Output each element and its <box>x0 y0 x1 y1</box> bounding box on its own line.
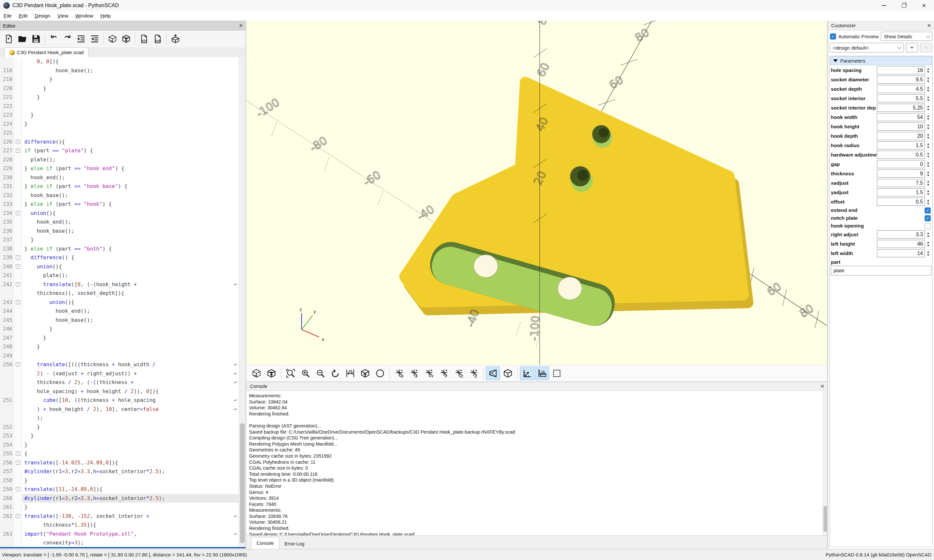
code-line-235[interactable]: 235 hook_end(); <box>0 217 239 226</box>
menu-edit[interactable]: Edit <box>15 11 31 21</box>
code-line-wrap[interactable]: 0, 0]){ <box>0 57 239 66</box>
parameters-group-header[interactable]: Parameters <box>830 56 932 65</box>
code-line-224[interactable]: 224} <box>0 120 239 129</box>
automatic-preview-checkbox[interactable]: ✓ <box>830 33 836 40</box>
menu-help[interactable]: Help <box>97 11 114 21</box>
param-value-input[interactable]: 1.5 <box>877 188 925 196</box>
spin-arrows-icon[interactable]: ▲▼ <box>925 141 931 149</box>
redo-button[interactable] <box>61 32 74 46</box>
param-checkbox[interactable] <box>925 223 931 229</box>
remove-preset-button[interactable]: – <box>920 43 932 52</box>
param-value-input[interactable]: 5.5 <box>877 94 925 102</box>
spin-arrows-icon[interactable]: ▲▼ <box>925 94 931 102</box>
code-line-246[interactable]: 246 } <box>0 325 239 334</box>
code-line-225[interactable]: 225 <box>0 128 239 137</box>
code-line-241[interactable]: 241 plate(); <box>0 271 239 280</box>
menu-view[interactable]: View <box>54 11 72 21</box>
code-line-261[interactable]: 261} <box>0 503 239 512</box>
tab-file[interactable]: C3D Pendant Hook_plate.scad <box>5 47 89 57</box>
param-value-input[interactable]: 7.5 <box>877 179 925 187</box>
code-line-245[interactable]: 245 hook_base(); <box>0 315 239 325</box>
spin-arrows-icon[interactable]: ▲▼ <box>925 104 931 112</box>
close-window-button[interactable]: ✕ <box>914 0 934 11</box>
code-editor[interactable]: 0, 0]){218 hook_base();219 }220 }221 }22… <box>0 57 239 547</box>
customizer-close-icon[interactable]: ✕ <box>927 23 931 29</box>
spin-arrows-icon[interactable]: ▲▼ <box>925 123 931 131</box>
undo-button[interactable] <box>47 32 61 46</box>
code-line-226[interactable]: 226−difference(){ <box>0 137 239 146</box>
code-line-256[interactable]: 256−translate([-14.025,-24.89,0]){ <box>0 458 239 467</box>
new-file-button[interactable]: + <box>2 32 15 46</box>
preview-button[interactable]: » <box>250 366 264 380</box>
code-line-250[interactable]: 250− translate([(((thickness + hook_widt… <box>0 360 239 369</box>
code-line-249[interactable]: 249 <box>0 351 239 360</box>
param-value-input[interactable]: 54 <box>877 113 925 121</box>
export-dxf-button[interactable]: DXF <box>151 32 165 46</box>
spin-arrows-icon[interactable]: ▲▼ <box>925 132 931 140</box>
param-value-input[interactable]: 46 <box>877 240 925 248</box>
menu-window[interactable]: Window <box>72 11 97 21</box>
view-minus-y-button[interactable]: -Y <box>437 366 451 380</box>
spin-arrows-icon[interactable]: ▲▼ <box>925 169 931 178</box>
code-line-232[interactable]: 232 hook_base(); <box>0 191 239 200</box>
spin-arrows-icon[interactable]: ▲▼ <box>925 249 931 257</box>
details-dropdown[interactable]: Show Details <box>881 32 932 41</box>
code-line-231[interactable]: 231} else if (part == "hook base") { <box>0 182 239 191</box>
param-value-input[interactable]: 16 <box>877 66 925 74</box>
design-dropdown[interactable]: <design default> <box>830 43 904 52</box>
code-line-260[interactable]: 260#cylinder(r1=3,r2=3.3,h=socket_interi… <box>0 494 239 503</box>
code-line-247[interactable]: 247 } <box>0 334 239 343</box>
code-line-227[interactable]: 227−if (part == "plate") { <box>0 146 239 155</box>
param-combo-part[interactable]: plate <box>831 266 931 275</box>
param-value-input[interactable]: 3.3 <box>877 231 925 238</box>
param-value-input[interactable]: 1.5 <box>877 141 925 149</box>
code-line-255[interactable]: 255−{ <box>0 449 239 458</box>
spin-arrows-icon[interactable]: ▲▼ <box>925 75 931 84</box>
param-checkbox[interactable]: ✓ <box>925 208 931 214</box>
code-line-wrap[interactable]: ); <box>0 414 239 423</box>
param-value-input[interactable]: 0.5 <box>877 198 925 206</box>
code-line-218[interactable]: 218 hook_base(); <box>0 66 239 75</box>
code-line-wrap[interactable]: hole_spacing) + hook_height / 2)), 0]){ <box>0 387 239 396</box>
add-preset-button[interactable]: + <box>906 43 918 52</box>
code-line-wrap[interactable]: 2) - (xadjust + right_adjust)) +↩ <box>0 369 239 378</box>
code-line-wrap[interactable]: ) + hook_height / 2), 10], center=false↩ <box>0 405 239 414</box>
spin-arrows-icon[interactable]: ▲▼ <box>925 85 931 93</box>
code-line-253[interactable]: 253 } <box>0 431 239 440</box>
param-value-input[interactable]: 10 <box>877 123 925 131</box>
viewport-3d[interactable]: -100-80-60-40608040608080604020-40-100zy… <box>247 21 828 365</box>
code-line-252[interactable]: 252 } <box>0 423 239 432</box>
code-line-234[interactable]: 234− union(){ <box>0 209 239 218</box>
maximize-button[interactable] <box>894 0 914 11</box>
console-log[interactable]: Measurements: Surface: 10842.04 Volume: … <box>247 391 822 535</box>
save-button[interactable] <box>29 32 43 46</box>
code-line-229[interactable]: 229} else if (part == "hook end") { <box>0 164 239 173</box>
console-tab-error-log[interactable]: Error-Log <box>279 538 310 549</box>
code-line-254[interactable]: 254} <box>0 440 239 449</box>
view-plus-x-button[interactable]: +X <box>392 366 406 380</box>
code-line-233[interactable]: 233} else if (part == "hook") { <box>0 200 239 209</box>
distance-button[interactable]: 10 <box>343 366 358 380</box>
spin-arrows-icon[interactable]: ▲▼ <box>925 179 931 187</box>
render-button[interactable] <box>264 366 279 380</box>
code-line-wrap[interactable]: convexity=3); <box>0 538 239 547</box>
spin-arrows-icon[interactable]: ▲▼ <box>925 231 931 238</box>
code-line-223[interactable]: 223 } <box>0 111 239 120</box>
menu-file[interactable]: File <box>0 11 15 21</box>
code-line-257[interactable]: 257#cylinder(r1=3,r2=3.3,h=socket_interi… <box>0 467 239 476</box>
code-line-220[interactable]: 220 } <box>0 84 239 93</box>
show-axes-button[interactable] <box>520 366 534 380</box>
circle-button[interactable] <box>373 366 387 380</box>
menu-design[interactable]: Design <box>31 11 54 21</box>
code-line-237[interactable]: 237 } <box>0 235 239 245</box>
code-line-wrap[interactable]: thickness / 2), (-((thickness +↩ <box>0 378 239 387</box>
param-value-input[interactable]: 5.25 <box>877 104 925 112</box>
editor-scrollbar[interactable] <box>239 57 246 547</box>
code-line-wrap[interactable]: thickness)), socket_depth]){ <box>0 289 239 298</box>
param-value-input[interactable]: 14 <box>877 249 925 257</box>
spin-arrows-icon[interactable]: ▲▼ <box>925 113 931 121</box>
zoom-out-button[interactable] <box>313 366 328 380</box>
code-line-251[interactable]: 251 cube([10, ((thickness + hole_spacing… <box>0 396 239 405</box>
code-line-239[interactable]: 239− difference() { <box>0 253 239 262</box>
code-line-244[interactable]: 244 hook_end(); <box>0 306 239 315</box>
